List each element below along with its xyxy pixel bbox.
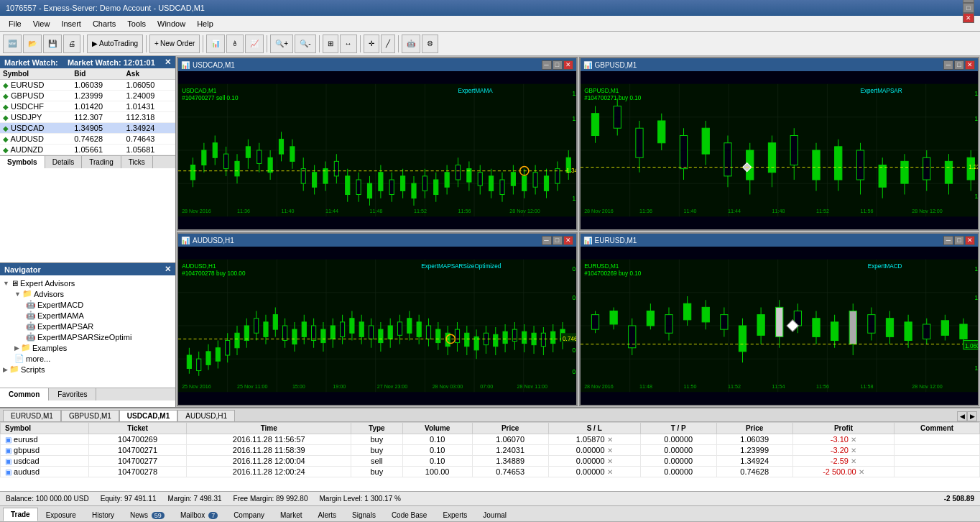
chart-usdcad-body[interactable]: 1.34970 1.34940 1.34905 1.34880 USDCAD,M… xyxy=(178,71,576,229)
chart-eurusd-max[interactable]: □ xyxy=(954,236,964,245)
market-watch-row[interactable]: ◆ USDJPY 112.307 112.318 xyxy=(0,112,175,123)
position-row[interactable]: ▣ gbpusd 104700271 2016.11.28 11:58:39 b… xyxy=(1,445,980,456)
expert-btn[interactable]: 🤖 xyxy=(402,35,420,53)
candle-btn[interactable]: 🕯 xyxy=(226,35,244,53)
bottom-tab-history[interactable]: History xyxy=(84,508,122,521)
menu-help[interactable]: Help xyxy=(191,18,219,29)
tree-expert-advisors[interactable]: ▼ 🖥 Expert Advisors xyxy=(3,278,172,288)
chart-audusd-body[interactable]: 0.74628 0.74980 0.74775 0.74570 0.74365 … xyxy=(178,247,576,405)
position-row[interactable]: ▣ usdcad 104700277 2016.11.28 12:00:04 s… xyxy=(1,456,980,467)
menu-file[interactable]: File xyxy=(3,18,27,29)
market-watch-row[interactable]: ◆ AUDNZD 1.05661 1.05681 xyxy=(0,145,175,155)
menu-charts[interactable]: Charts xyxy=(87,18,121,29)
position-row[interactable]: ▣ audusd 104700278 2016.11.28 12:00:24 b… xyxy=(1,467,980,477)
mw-tab-symbols[interactable]: Symbols xyxy=(0,156,45,168)
tree-more[interactable]: 📄 more... xyxy=(3,353,172,364)
bottom-tab-journal[interactable]: Journal xyxy=(475,508,514,521)
chart-eurusd-body[interactable]: 1.06039 1.06120 1.06080 1.06000 EURUSD,M… xyxy=(581,247,979,405)
bottom-tab-codebase[interactable]: Code Base xyxy=(384,508,435,521)
svg-rect-190 xyxy=(264,322,268,337)
neworder-button[interactable]: + New Order xyxy=(149,35,200,53)
sl-clear[interactable]: ✕ xyxy=(607,468,613,476)
chart-tab-usdcad[interactable]: USDCAD,M1 xyxy=(119,410,177,421)
tree-scripts[interactable]: ▶ 📁 Scripts xyxy=(3,364,172,375)
nav-tab-common[interactable]: Common xyxy=(0,388,49,400)
close-button[interactable]: ✕ xyxy=(963,13,974,23)
toolbar-print-btn[interactable]: 🖨 xyxy=(63,35,80,53)
chart-eurusd-close[interactable]: ✕ xyxy=(965,236,975,245)
sl-clear[interactable]: ✕ xyxy=(607,447,613,454)
chart-usdcad-min[interactable]: ─ xyxy=(542,60,552,70)
position-row[interactable]: ▣ eurusd 104700269 2016.11.28 11:56:57 b… xyxy=(1,434,980,445)
chart-tabs-scroll-right[interactable]: ▶ xyxy=(967,411,977,421)
chart-usdcad-close[interactable]: ✕ xyxy=(563,60,573,70)
pos-close-x[interactable]: ✕ xyxy=(851,447,856,454)
market-watch-row[interactable]: ◆ USDCAD 1.34905 1.34924 xyxy=(0,123,175,134)
menu-insert[interactable]: Insert xyxy=(55,18,87,29)
pos-close-x[interactable]: ✕ xyxy=(859,468,864,476)
menu-view[interactable]: View xyxy=(27,18,56,29)
tree-expertmacd[interactable]: 🤖 ExpertMACD xyxy=(3,299,172,310)
menu-window[interactable]: Window xyxy=(152,18,191,29)
maximize-button[interactable]: □ xyxy=(963,3,974,13)
chart-eurusd-min[interactable]: ─ xyxy=(943,236,953,245)
mw-close-btn[interactable]: ✕ xyxy=(165,58,171,67)
tree-examples[interactable]: ▶ 📁 Examples xyxy=(3,342,172,353)
chart-audusd-max[interactable]: □ xyxy=(553,236,563,245)
chart-tabs-scroll-left[interactable]: ◀ xyxy=(957,411,967,421)
bottom-tab-company[interactable]: Company xyxy=(226,508,272,521)
bottom-tab-exposure[interactable]: Exposure xyxy=(38,508,84,521)
zoom-out-btn[interactable]: 🔍- xyxy=(295,35,315,53)
mw-tab-details[interactable]: Details xyxy=(45,156,83,168)
bar-chart-btn[interactable]: 📊 xyxy=(206,35,225,53)
pos-time: 2016.11.28 12:00:04 xyxy=(187,456,351,467)
line-btn[interactable]: 📈 xyxy=(245,35,264,53)
chart-tab-audusd[interactable]: AUDUSD,H1 xyxy=(177,410,235,421)
chart-usdcad-max[interactable]: □ xyxy=(553,60,563,70)
autotrading-button[interactable]: ▶ AutoTrading xyxy=(87,35,143,53)
tree-expertmapsarsize[interactable]: 🤖 ExpertMAPSARSizeOptimi xyxy=(3,331,172,342)
mw-tab-trading[interactable]: Trading xyxy=(82,156,121,168)
market-watch-row[interactable]: ◆ EURUSD 1.06039 1.06050 xyxy=(0,80,175,91)
pos-profit: -2.59 ✕ xyxy=(792,456,895,467)
toolbar-save-btn[interactable]: 💾 xyxy=(43,35,62,53)
bottom-tab-market[interactable]: Market xyxy=(272,508,310,521)
chart-tab-gbpusd[interactable]: GBPUSD,M1 xyxy=(61,410,119,421)
nav-close-btn[interactable]: ✕ xyxy=(165,265,171,274)
market-watch-row[interactable]: ◆ GBPUSD 1.23999 1.24009 xyxy=(0,91,175,101)
pos-volume: 0.10 xyxy=(402,445,472,456)
mw-tab-ticks[interactable]: Ticks xyxy=(121,156,153,168)
autoscroll-btn[interactable]: ↔ xyxy=(340,35,357,53)
chart-tab-eurusd[interactable]: EURUSD,M1 xyxy=(3,410,61,421)
line-tool-btn[interactable]: ╱ xyxy=(381,35,395,53)
bottom-tab-experts[interactable]: Experts xyxy=(435,508,475,521)
chart-audusd-min[interactable]: ─ xyxy=(542,236,552,245)
tree-expertmapsar[interactable]: 🤖 ExpertMAPSAR xyxy=(3,321,172,331)
chart-gbpusd-body[interactable]: 1.24130 1.24065 1.23999 1.23935 GBPUSD,M… xyxy=(581,71,979,229)
toolbar-open-btn[interactable]: 📂 xyxy=(23,35,42,53)
chart-audusd-close[interactable]: ✕ xyxy=(563,236,573,245)
bottom-tab-trade[interactable]: Trade xyxy=(3,508,38,521)
toolbar-new-btn[interactable]: 🆕 xyxy=(3,35,22,53)
pos-close-x[interactable]: ✕ xyxy=(851,436,856,444)
zoom-in-btn[interactable]: 🔍+ xyxy=(270,35,293,53)
sl-clear[interactable]: ✕ xyxy=(607,457,613,465)
settings-btn[interactable]: ⚙ xyxy=(422,35,438,53)
menu-tools[interactable]: Tools xyxy=(121,18,152,29)
nav-tab-favorites[interactable]: Favorites xyxy=(49,388,96,400)
chart-gbpusd-max[interactable]: □ xyxy=(954,60,964,70)
chart-gbpusd-min[interactable]: ─ xyxy=(943,60,953,70)
pos-close-x[interactable]: ✕ xyxy=(851,457,856,465)
tree-advisors[interactable]: ▼ 📁 Advisors xyxy=(3,288,172,299)
chart-gbpusd-close[interactable]: ✕ xyxy=(965,60,975,70)
market-watch-row[interactable]: ◆ USDCHF 1.01420 1.01431 xyxy=(0,101,175,112)
market-watch-row[interactable]: ◆ AUDUSD 0.74628 0.74643 xyxy=(0,134,175,145)
bottom-tab-mailbox[interactable]: Mailbox 7 xyxy=(172,508,226,521)
bottom-tab-signals[interactable]: Signals xyxy=(344,508,384,521)
sl-clear[interactable]: ✕ xyxy=(607,436,613,444)
tree-expertmama[interactable]: 🤖 ExpertMAMA xyxy=(3,310,172,321)
crosshair-btn[interactable]: ✛ xyxy=(364,35,379,53)
bottom-tab-alerts[interactable]: Alerts xyxy=(310,508,345,521)
grid-btn[interactable]: ⊞ xyxy=(323,35,338,53)
bottom-tab-news[interactable]: News 59 xyxy=(122,508,172,521)
